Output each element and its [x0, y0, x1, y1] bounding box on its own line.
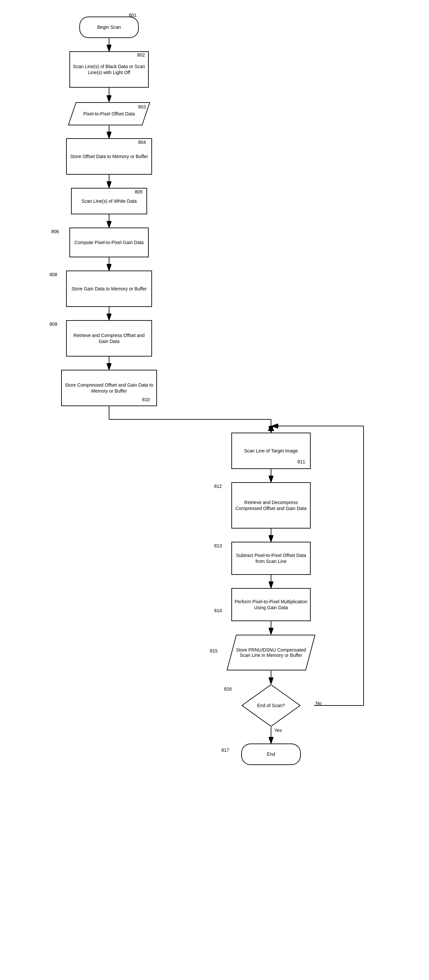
label-808: 808 — [49, 272, 57, 277]
node-806: Compute Pixel-to-Pixel Gain Data — [69, 228, 149, 257]
svg-marker-23 — [268, 425, 274, 431]
label-809: 809 — [49, 321, 57, 327]
node-813: Subtract Pixel-to-Pixel Offset Data from… — [231, 542, 311, 575]
node-802: Scan Line(s) of Black Data or Scan Line(… — [69, 51, 149, 88]
label-816: 816 — [224, 686, 232, 692]
label-813: 813 — [214, 543, 222, 548]
label-812: 812 — [214, 484, 222, 489]
label-817: 817 — [221, 748, 229, 753]
node-begin-scan: Begin Scan — [79, 16, 139, 38]
label-814: 814 — [214, 608, 222, 613]
node-809: Retrieve and Compress Offset and Gain Da… — [66, 320, 152, 356]
label-802: 802 — [137, 52, 145, 57]
label-804: 804 — [138, 140, 146, 145]
node-812: Retrieve and Decompress Compressed Offse… — [231, 482, 311, 528]
node-815: Store PRNU/DSNU Compensated Scan Line in… — [226, 634, 316, 671]
label-803: 803 — [138, 104, 146, 110]
label-806: 806 — [51, 229, 59, 234]
node-end: End — [241, 743, 301, 765]
diagram: Begin Scan 801 Scan Line(s) of Black Dat… — [0, 0, 429, 980]
node-814: Perform Pixel-to-Pixel Multiplication Us… — [231, 588, 311, 621]
node-808: Store Gain Data to Memory or Buffer — [66, 270, 152, 307]
label-801: 801 — [129, 13, 137, 18]
label-815: 815 — [210, 648, 218, 654]
label-811: 811 — [297, 459, 305, 465]
label-yes: Yes — [274, 728, 282, 733]
label-810: 810 — [142, 397, 150, 402]
node-816-diamond: End of Scan? — [241, 684, 301, 727]
label-no: No — [316, 700, 322, 706]
label-805: 805 — [135, 189, 143, 194]
